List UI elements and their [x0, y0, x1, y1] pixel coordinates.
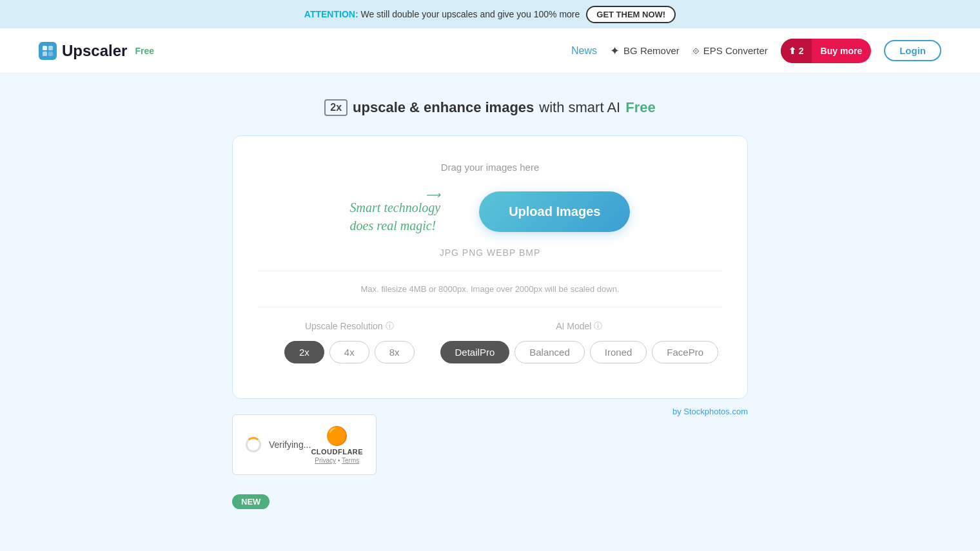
- ai-ironed-pill[interactable]: Ironed: [590, 341, 647, 363]
- bg-remover-icon: ✦: [610, 44, 620, 58]
- ai-balanced-pill[interactable]: Balanced: [514, 341, 585, 363]
- cf-spinner: [246, 437, 261, 452]
- upload-images-button[interactable]: Upload Images: [479, 191, 630, 232]
- bottom-section: Verifying... 🟠 CLOUDFLARE Privacy • Term…: [232, 401, 748, 475]
- upload-card: Drag your images here ⟶ Smart technology…: [232, 135, 748, 399]
- resolution-2x-pill[interactable]: 2x: [284, 341, 324, 363]
- smart-tech-line1: Smart technology: [350, 200, 441, 215]
- upload-area: ⟶ Smart technology does real magic! Uplo…: [259, 188, 721, 235]
- hero-normal-text: with smart AI: [539, 99, 620, 116]
- cf-brand-text: CLOUDFLARE: [311, 448, 363, 456]
- stockphotos-credit: by Stockphotos.com: [377, 407, 748, 416]
- new-badge: NEW: [232, 494, 270, 509]
- navbar: Upscaler Free News ✦ BG Remover ⟐ EPS Co…: [0, 28, 980, 73]
- resolution-8x-pill[interactable]: 8x: [375, 341, 415, 363]
- ai-model-label: AI Model ⓘ: [556, 320, 602, 332]
- top-banner: ATTENTION: We still double your upscales…: [0, 0, 980, 28]
- nav-right: News ✦ BG Remover ⟐ EPS Converter ⬆ 2 Bu…: [571, 39, 941, 63]
- upscales-button[interactable]: ⬆ 2 Buy more: [781, 39, 871, 63]
- cf-verifying-text: Verifying...: [269, 440, 311, 450]
- formats-text: JPG PNG WEBP BMP: [259, 247, 721, 258]
- ai-model-option-group: AI Model ⓘ DetailPro Balanced Ironed Fac…: [440, 320, 719, 363]
- smart-tech-line2: does real magic!: [350, 218, 436, 233]
- buy-more-label: Buy more: [812, 39, 872, 63]
- cf-links: Privacy • Terms: [315, 457, 359, 464]
- cf-privacy-link[interactable]: Privacy: [315, 457, 336, 464]
- resolution-label: Upscale Resolution ⓘ: [305, 320, 394, 332]
- smart-tech-text: ⟶ Smart technology does real magic!: [350, 188, 441, 235]
- ai-detailpro-pill[interactable]: DetailPro: [440, 341, 510, 363]
- filesize-note: Max. filesize 4MB or 8000px. Image over …: [259, 284, 721, 294]
- resolution-option-group: Upscale Resolution ⓘ 2x 4x 8x: [284, 320, 415, 363]
- cloudflare-widget: Verifying... 🟠 CLOUDFLARE Privacy • Term…: [232, 414, 377, 475]
- resolution-4x-pill[interactable]: 4x: [329, 341, 369, 363]
- hero-free-text: Free: [625, 99, 655, 116]
- logo-free-badge: Free: [135, 46, 154, 56]
- resolution-pill-group: 2x 4x 8x: [284, 341, 415, 363]
- svg-rect-2: [43, 52, 47, 56]
- login-button[interactable]: Login: [884, 40, 941, 61]
- cf-cloud-icon: 🟠: [326, 425, 348, 447]
- scale-badge: 2x: [324, 99, 348, 116]
- eps-converter-icon: ⟐: [692, 44, 700, 57]
- banner-cta-button[interactable]: GET THEM NOW!: [586, 6, 676, 23]
- news-link[interactable]: News: [571, 45, 597, 57]
- upscale-icon: ⬆: [789, 46, 796, 56]
- eps-converter-link[interactable]: ⟐ EPS Converter: [692, 44, 768, 57]
- hero-bold-text: upscale & enhance images: [353, 99, 534, 116]
- card-divider: [259, 271, 721, 271]
- ai-model-info-icon[interactable]: ⓘ: [594, 320, 602, 332]
- banner-attention: ATTENTION: We still double your upscales…: [304, 9, 580, 19]
- ai-model-pill-group: DetailPro Balanced Ironed FacePro: [440, 341, 719, 363]
- logo: Upscaler Free: [39, 42, 154, 60]
- svg-rect-0: [43, 46, 47, 50]
- resolution-info-icon[interactable]: ⓘ: [386, 320, 394, 332]
- cf-left: Verifying...: [246, 437, 311, 452]
- hero-text: 2x upscale & enhance images with smart A…: [324, 99, 655, 116]
- new-badge-row: NEW: [232, 481, 748, 509]
- logo-text: Upscaler: [62, 42, 127, 60]
- options-row: Upscale Resolution ⓘ 2x 4x 8x AI Model ⓘ…: [259, 307, 721, 379]
- bg-remover-link[interactable]: ✦ BG Remover: [610, 44, 680, 58]
- main-content: 2x upscale & enhance images with smart A…: [0, 73, 980, 548]
- svg-rect-3: [48, 52, 53, 56]
- svg-rect-1: [48, 46, 53, 50]
- logo-icon: [39, 42, 57, 60]
- ai-facepro-pill[interactable]: FacePro: [652, 341, 718, 363]
- stockphotos-link[interactable]: by Stockphotos.com: [672, 407, 748, 416]
- cf-terms-link[interactable]: Terms: [342, 457, 359, 464]
- cf-right: 🟠 CLOUDFLARE Privacy • Terms: [311, 425, 363, 464]
- drag-text: Drag your images here: [259, 162, 721, 173]
- upscales-count: ⬆ 2: [781, 39, 812, 63]
